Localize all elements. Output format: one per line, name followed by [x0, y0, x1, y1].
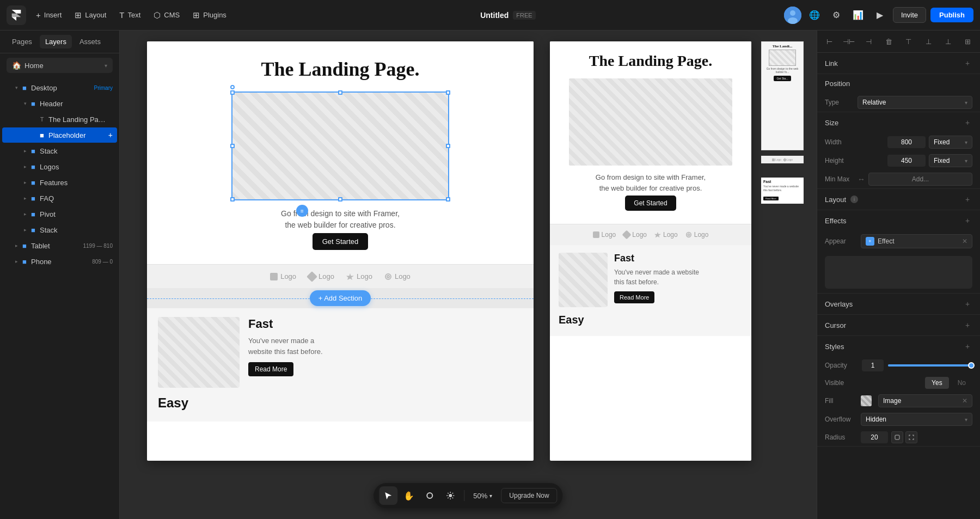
effect-close-icon[interactable]: ✕ [962, 237, 967, 245]
tab-pages[interactable]: Pages [7, 35, 38, 48]
delete-icon[interactable]: 🗑 [882, 35, 895, 48]
layer-item-desktop[interactable]: ▾ ■ Desktop Primary [2, 80, 117, 95]
layer-item-landing-text[interactable]: ▸ T The Landing Page. + [2, 112, 117, 127]
desktop-frame[interactable]: The Landing Page. [147, 41, 534, 461]
add-section-button[interactable]: + Add Section [310, 290, 371, 306]
upgrade-button[interactable]: Upgrade Now [501, 488, 557, 503]
position-section-header[interactable]: Position [817, 74, 980, 93]
desktop-cta-button[interactable]: Get Started [313, 233, 368, 250]
fill-select[interactable]: Image ✕ [878, 394, 972, 407]
layer-item-stack2[interactable]: ▸ ■ Stack [2, 222, 117, 237]
content-icon[interactable]: ≡ [296, 205, 308, 217]
distribute-icon[interactable]: ⊞ [961, 35, 975, 48]
layer-item-logos[interactable]: ▸ ■ Logos [2, 159, 117, 174]
handle-bm[interactable] [338, 197, 342, 202]
tablet-placeholder[interactable] [569, 78, 732, 166]
effects-add-icon[interactable]: + [963, 216, 972, 225]
read-more-button-tablet[interactable]: Read More [614, 291, 654, 303]
align-right-icon[interactable]: ⊣ [862, 35, 875, 48]
layer-item-phone[interactable]: ▸ ■ Phone 809 — 0 [2, 254, 117, 269]
handle-tm[interactable] [338, 90, 342, 95]
width-input[interactable] [887, 136, 926, 148]
layer-item-pivot[interactable]: ▸ ■ Pivot [2, 206, 117, 222]
layer-item-header[interactable]: ▾ ■ Header + [2, 96, 117, 111]
layout-button[interactable]: ⊞ Layout [69, 7, 112, 23]
no-button[interactable]: No [951, 377, 972, 389]
styles-add-icon[interactable]: + [963, 341, 972, 351]
layer-item-features[interactable]: ▸ ■ Features [2, 175, 117, 190]
align-top-icon[interactable]: ⊤ [902, 35, 915, 48]
height-unit-select[interactable]: Fixed ▾ [929, 154, 972, 167]
hand-tool-button[interactable]: ✋ [400, 486, 418, 505]
handle-bl[interactable] [230, 197, 235, 202]
handle-br[interactable] [446, 197, 450, 202]
overflow-select[interactable]: Hidden ▾ [861, 413, 972, 426]
layout-section-header[interactable]: Layout i + [817, 189, 980, 210]
cms-button[interactable]: ⬡ CMS [148, 7, 185, 23]
zoom-control[interactable]: 50% ▾ [469, 490, 497, 502]
radius-input[interactable] [861, 431, 888, 443]
minmax-add-button[interactable]: Add... [868, 173, 972, 186]
text-button[interactable]: T Text [114, 7, 146, 23]
position-type-select[interactable]: Relative ▾ [857, 96, 972, 109]
overlays-add-icon[interactable]: + [963, 299, 972, 309]
framer-logo[interactable] [7, 5, 26, 25]
add-icon[interactable]: + [108, 131, 113, 139]
link-section-header[interactable]: Link + [817, 53, 980, 74]
size-add-icon[interactable]: + [963, 118, 972, 127]
read-more-button-desktop[interactable]: Read More [248, 362, 293, 376]
select-tool-button[interactable] [379, 486, 397, 505]
settings-icon-button[interactable]: ⚙ [828, 7, 845, 24]
align-bottom-icon[interactable]: ⊥ [942, 35, 955, 48]
circle-tool-button[interactable] [420, 486, 439, 505]
handle-lm[interactable] [230, 144, 235, 148]
cursor-section-header[interactable]: Cursor + [817, 315, 980, 335]
tab-layers[interactable]: Layers [40, 35, 72, 48]
info-icon[interactable]: i [850, 196, 858, 203]
opacity-input[interactable] [862, 359, 884, 371]
styles-section-header[interactable]: Styles + [817, 336, 980, 357]
cursor-add-icon[interactable]: + [963, 320, 972, 330]
align-left-icon[interactable]: ⊢ [823, 35, 836, 48]
world-icon-button[interactable]: 🌐 [806, 7, 823, 24]
rotation-handle[interactable] [230, 85, 235, 89]
sun-tool-button[interactable] [441, 486, 460, 505]
placeholder-element[interactable] [231, 91, 449, 200]
yes-button[interactable]: Yes [925, 377, 949, 389]
fill-preview[interactable] [861, 395, 872, 406]
publish-button[interactable]: Publish [930, 8, 973, 22]
align-center-h-icon[interactable]: ⊣⊢ [842, 35, 855, 48]
insert-button[interactable]: + Insert [30, 7, 67, 23]
link-add-icon[interactable]: + [963, 58, 972, 68]
layout-add-icon[interactable]: + [963, 194, 972, 204]
analytics-icon-button[interactable]: 📊 [849, 7, 867, 24]
size-section-header[interactable]: Size + [817, 112, 980, 133]
canvas[interactable]: The Landing Page. [120, 30, 817, 519]
fill-close-icon[interactable]: ✕ [962, 397, 967, 405]
layer-item-tablet[interactable]: ▸ ■ Tablet 1199 — 810 [2, 238, 117, 253]
opacity-slider[interactable] [888, 364, 972, 367]
opacity-slider-thumb[interactable] [968, 362, 975, 369]
user-avatar[interactable] [784, 7, 801, 24]
effects-section-header[interactable]: Effects + [817, 210, 980, 231]
handle-rm[interactable] [446, 144, 450, 148]
preview-icon-button[interactable]: ▶ [871, 7, 889, 24]
layer-item-placeholder[interactable]: ▸ ■ Placeholder + [2, 127, 117, 143]
home-row[interactable]: 🏠 Home ▾ [7, 58, 113, 73]
handle-tr[interactable] [446, 90, 450, 95]
overlays-section-header[interactable]: Overlays + [817, 294, 980, 314]
tablet-cta-button[interactable]: Get Started [625, 196, 676, 211]
radius-all-corners-icon[interactable] [891, 431, 903, 443]
handle-tl[interactable] [230, 90, 235, 95]
invite-button[interactable]: Invite [893, 7, 926, 23]
tablet-frame[interactable]: The Landing Page. Go from design to site… [550, 41, 751, 461]
plugins-button[interactable]: ⊞ Plugins [187, 7, 232, 23]
align-middle-v-icon[interactable]: ⊥ [922, 35, 935, 48]
layer-item-faq[interactable]: ▸ ■ FAQ [2, 191, 117, 206]
appear-effect-control[interactable]: + Effect ✕ [861, 234, 972, 248]
width-unit-select[interactable]: Fixed ▾ [929, 136, 972, 149]
layer-item-stack[interactable]: ▸ ■ Stack + [2, 143, 117, 158]
tab-assets[interactable]: Assets [74, 35, 106, 48]
radius-individual-corners-icon[interactable] [905, 431, 917, 443]
height-input[interactable] [887, 155, 926, 167]
